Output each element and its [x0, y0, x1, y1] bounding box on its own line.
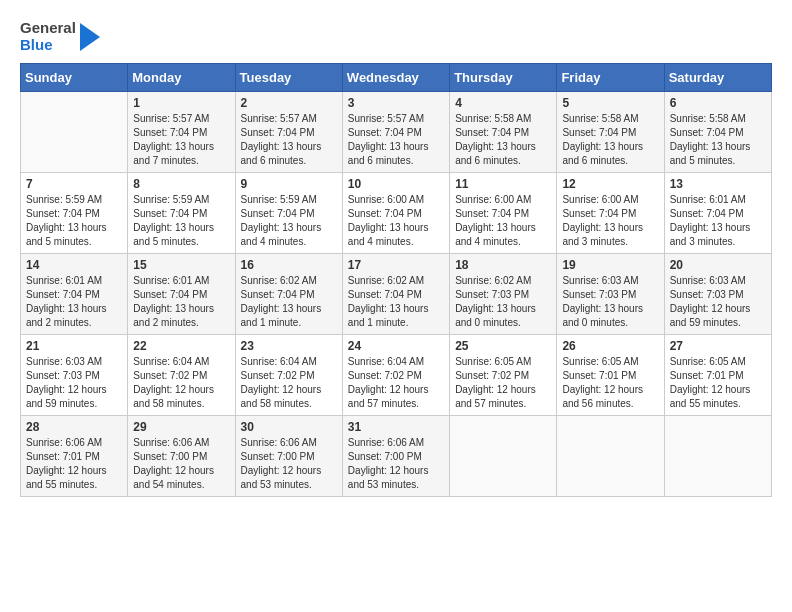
calendar-cell: 7Sunrise: 5:59 AM Sunset: 7:04 PM Daylig…: [21, 173, 128, 254]
day-info: Sunrise: 5:59 AM Sunset: 7:04 PM Dayligh…: [133, 193, 229, 249]
calendar-cell: 20Sunrise: 6:03 AM Sunset: 7:03 PM Dayli…: [664, 254, 771, 335]
day-info: Sunrise: 6:03 AM Sunset: 7:03 PM Dayligh…: [670, 274, 766, 330]
calendar-cell: 1Sunrise: 5:57 AM Sunset: 7:04 PM Daylig…: [128, 92, 235, 173]
day-number: 12: [562, 177, 658, 191]
day-number: 15: [133, 258, 229, 272]
calendar-cell: [21, 92, 128, 173]
calendar-cell: 25Sunrise: 6:05 AM Sunset: 7:02 PM Dayli…: [450, 335, 557, 416]
day-number: 4: [455, 96, 551, 110]
calendar-header-row: SundayMondayTuesdayWednesdayThursdayFrid…: [21, 64, 772, 92]
day-info: Sunrise: 5:59 AM Sunset: 7:04 PM Dayligh…: [26, 193, 122, 249]
day-number: 30: [241, 420, 337, 434]
calendar-cell: 18Sunrise: 6:02 AM Sunset: 7:03 PM Dayli…: [450, 254, 557, 335]
calendar-cell: [664, 416, 771, 497]
calendar-cell: 5Sunrise: 5:58 AM Sunset: 7:04 PM Daylig…: [557, 92, 664, 173]
day-number: 21: [26, 339, 122, 353]
calendar-cell: 12Sunrise: 6:00 AM Sunset: 7:04 PM Dayli…: [557, 173, 664, 254]
weekday-header-monday: Monday: [128, 64, 235, 92]
day-info: Sunrise: 6:02 AM Sunset: 7:03 PM Dayligh…: [455, 274, 551, 330]
calendar-cell: 19Sunrise: 6:03 AM Sunset: 7:03 PM Dayli…: [557, 254, 664, 335]
page-header: General Blue: [20, 20, 772, 53]
calendar-cell: 14Sunrise: 6:01 AM Sunset: 7:04 PM Dayli…: [21, 254, 128, 335]
day-number: 27: [670, 339, 766, 353]
calendar-cell: 29Sunrise: 6:06 AM Sunset: 7:00 PM Dayli…: [128, 416, 235, 497]
day-info: Sunrise: 6:02 AM Sunset: 7:04 PM Dayligh…: [241, 274, 337, 330]
day-number: 19: [562, 258, 658, 272]
calendar-cell: 3Sunrise: 5:57 AM Sunset: 7:04 PM Daylig…: [342, 92, 449, 173]
day-number: 2: [241, 96, 337, 110]
calendar-cell: 23Sunrise: 6:04 AM Sunset: 7:02 PM Dayli…: [235, 335, 342, 416]
day-info: Sunrise: 6:01 AM Sunset: 7:04 PM Dayligh…: [670, 193, 766, 249]
calendar-cell: 30Sunrise: 6:06 AM Sunset: 7:00 PM Dayli…: [235, 416, 342, 497]
calendar-cell: 2Sunrise: 5:57 AM Sunset: 7:04 PM Daylig…: [235, 92, 342, 173]
day-number: 7: [26, 177, 122, 191]
calendar-cell: 11Sunrise: 6:00 AM Sunset: 7:04 PM Dayli…: [450, 173, 557, 254]
day-info: Sunrise: 6:03 AM Sunset: 7:03 PM Dayligh…: [26, 355, 122, 411]
calendar-cell: [557, 416, 664, 497]
calendar-cell: 24Sunrise: 6:04 AM Sunset: 7:02 PM Dayli…: [342, 335, 449, 416]
weekday-header-wednesday: Wednesday: [342, 64, 449, 92]
day-info: Sunrise: 6:05 AM Sunset: 7:01 PM Dayligh…: [670, 355, 766, 411]
day-info: Sunrise: 6:05 AM Sunset: 7:02 PM Dayligh…: [455, 355, 551, 411]
calendar-table: SundayMondayTuesdayWednesdayThursdayFrid…: [20, 63, 772, 497]
calendar-cell: 8Sunrise: 5:59 AM Sunset: 7:04 PM Daylig…: [128, 173, 235, 254]
calendar-cell: 16Sunrise: 6:02 AM Sunset: 7:04 PM Dayli…: [235, 254, 342, 335]
day-info: Sunrise: 5:57 AM Sunset: 7:04 PM Dayligh…: [241, 112, 337, 168]
calendar-week-row: 21Sunrise: 6:03 AM Sunset: 7:03 PM Dayli…: [21, 335, 772, 416]
day-number: 17: [348, 258, 444, 272]
logo: General Blue: [20, 20, 100, 53]
calendar-cell: 6Sunrise: 5:58 AM Sunset: 7:04 PM Daylig…: [664, 92, 771, 173]
calendar-cell: [450, 416, 557, 497]
day-info: Sunrise: 6:01 AM Sunset: 7:04 PM Dayligh…: [26, 274, 122, 330]
day-info: Sunrise: 6:00 AM Sunset: 7:04 PM Dayligh…: [455, 193, 551, 249]
logo-blue-text: Blue: [20, 37, 76, 54]
calendar-cell: 9Sunrise: 5:59 AM Sunset: 7:04 PM Daylig…: [235, 173, 342, 254]
day-info: Sunrise: 6:03 AM Sunset: 7:03 PM Dayligh…: [562, 274, 658, 330]
day-info: Sunrise: 6:02 AM Sunset: 7:04 PM Dayligh…: [348, 274, 444, 330]
calendar-cell: 26Sunrise: 6:05 AM Sunset: 7:01 PM Dayli…: [557, 335, 664, 416]
svg-marker-0: [80, 23, 100, 51]
calendar-cell: 10Sunrise: 6:00 AM Sunset: 7:04 PM Dayli…: [342, 173, 449, 254]
day-number: 1: [133, 96, 229, 110]
day-info: Sunrise: 5:59 AM Sunset: 7:04 PM Dayligh…: [241, 193, 337, 249]
day-number: 10: [348, 177, 444, 191]
day-info: Sunrise: 6:04 AM Sunset: 7:02 PM Dayligh…: [348, 355, 444, 411]
weekday-header-sunday: Sunday: [21, 64, 128, 92]
day-info: Sunrise: 6:05 AM Sunset: 7:01 PM Dayligh…: [562, 355, 658, 411]
day-info: Sunrise: 5:58 AM Sunset: 7:04 PM Dayligh…: [670, 112, 766, 168]
day-info: Sunrise: 6:06 AM Sunset: 7:00 PM Dayligh…: [348, 436, 444, 492]
day-number: 31: [348, 420, 444, 434]
day-info: Sunrise: 6:06 AM Sunset: 7:01 PM Dayligh…: [26, 436, 122, 492]
day-number: 18: [455, 258, 551, 272]
day-info: Sunrise: 6:04 AM Sunset: 7:02 PM Dayligh…: [241, 355, 337, 411]
calendar-week-row: 28Sunrise: 6:06 AM Sunset: 7:01 PM Dayli…: [21, 416, 772, 497]
calendar-week-row: 1Sunrise: 5:57 AM Sunset: 7:04 PM Daylig…: [21, 92, 772, 173]
day-number: 22: [133, 339, 229, 353]
day-info: Sunrise: 5:57 AM Sunset: 7:04 PM Dayligh…: [133, 112, 229, 168]
day-number: 13: [670, 177, 766, 191]
calendar-cell: 22Sunrise: 6:04 AM Sunset: 7:02 PM Dayli…: [128, 335, 235, 416]
calendar-cell: 27Sunrise: 6:05 AM Sunset: 7:01 PM Dayli…: [664, 335, 771, 416]
day-number: 11: [455, 177, 551, 191]
day-number: 28: [26, 420, 122, 434]
weekday-header-tuesday: Tuesday: [235, 64, 342, 92]
day-info: Sunrise: 6:00 AM Sunset: 7:04 PM Dayligh…: [562, 193, 658, 249]
weekday-header-saturday: Saturday: [664, 64, 771, 92]
day-number: 26: [562, 339, 658, 353]
day-info: Sunrise: 6:06 AM Sunset: 7:00 PM Dayligh…: [133, 436, 229, 492]
day-number: 16: [241, 258, 337, 272]
calendar-cell: 13Sunrise: 6:01 AM Sunset: 7:04 PM Dayli…: [664, 173, 771, 254]
day-number: 25: [455, 339, 551, 353]
calendar-cell: 17Sunrise: 6:02 AM Sunset: 7:04 PM Dayli…: [342, 254, 449, 335]
day-number: 24: [348, 339, 444, 353]
logo-container: General Blue: [20, 20, 100, 53]
day-number: 3: [348, 96, 444, 110]
logo-graphic: General Blue: [20, 20, 76, 53]
day-info: Sunrise: 5:58 AM Sunset: 7:04 PM Dayligh…: [455, 112, 551, 168]
calendar-cell: 28Sunrise: 6:06 AM Sunset: 7:01 PM Dayli…: [21, 416, 128, 497]
day-number: 9: [241, 177, 337, 191]
calendar-week-row: 7Sunrise: 5:59 AM Sunset: 7:04 PM Daylig…: [21, 173, 772, 254]
weekday-header-thursday: Thursday: [450, 64, 557, 92]
day-number: 6: [670, 96, 766, 110]
calendar-week-row: 14Sunrise: 6:01 AM Sunset: 7:04 PM Dayli…: [21, 254, 772, 335]
